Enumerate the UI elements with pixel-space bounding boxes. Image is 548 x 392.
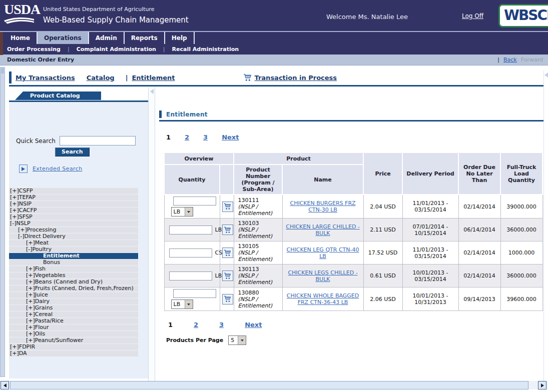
- tree-item-label: [+]NSIP: [10, 201, 32, 207]
- quantity-input[interactable]: [173, 289, 216, 298]
- catalog-tree-item[interactable]: [+]Beans (Canned and Dry): [9, 279, 138, 285]
- product-name-link[interactable]: CHICKEN BURGERS FRZ CTN-30 LB: [290, 200, 355, 213]
- tab-operations[interactable]: Operations: [38, 32, 89, 44]
- search-button[interactable]: Search: [55, 148, 90, 156]
- tree-item-label: [+]Cereal: [26, 312, 53, 318]
- tree-item-label: [+]Grains: [26, 305, 53, 311]
- col-quantity: Quantity: [164, 164, 220, 194]
- product-number: 130880: [238, 290, 280, 296]
- tree-item-label: [-]Direct Delivery: [18, 234, 66, 240]
- catalog-tree-item[interactable]: [-]NSLP: [9, 220, 138, 226]
- toolbar-accent-bar: [9, 72, 12, 84]
- cart-icon: [224, 250, 231, 256]
- quantity-input[interactable]: [169, 272, 212, 280]
- product-name-link[interactable]: CHICKEN LARGE CHILLED - BULK: [286, 224, 360, 236]
- catalog-tree-item[interactable]: [+]CACFP: [9, 208, 138, 214]
- pagination-next[interactable]: Next: [245, 321, 262, 328]
- cart-cell: [220, 194, 234, 218]
- quantity-input[interactable]: [169, 226, 212, 234]
- log-off-link[interactable]: Log Off: [462, 12, 483, 20]
- left-scroll-gutter[interactable]: [0, 67, 5, 377]
- add-to-cart-button[interactable]: [222, 270, 233, 281]
- collapse-left-icon[interactable]: [150, 89, 154, 94]
- ftl-quantity-cell: 1000.000: [500, 242, 542, 264]
- tree-item-label: [+]FDPIR: [10, 344, 35, 350]
- pagination-page-2[interactable]: 2: [185, 134, 189, 141]
- pagination-current: 1: [166, 134, 171, 141]
- catalog-tree-item[interactable]: [+]NSIP: [9, 201, 138, 207]
- add-to-cart-button[interactable]: [222, 294, 233, 304]
- tab-help[interactable]: Help: [165, 32, 195, 44]
- subnav-complaint-administration[interactable]: Complaint Administration: [77, 46, 156, 52]
- catalog-tree-item[interactable]: Bonus: [9, 260, 138, 266]
- tree-item-label: [+]SFSP: [10, 214, 33, 220]
- program-subarea: (NSLP / Entitlement): [238, 226, 280, 240]
- tab-home[interactable]: Home: [4, 32, 38, 44]
- add-to-cart-button[interactable]: [222, 202, 233, 212]
- catalog-tree-item[interactable]: [+]Grains: [9, 305, 138, 311]
- extended-search-icon[interactable]: [19, 164, 28, 173]
- catalog-tree-item[interactable]: [+]Vegetables: [9, 272, 138, 278]
- my-transactions-link[interactable]: My Transactions: [16, 74, 75, 82]
- catalog-tree-item[interactable]: [+]Pasta/Rice: [9, 318, 138, 324]
- product-number: 130111: [238, 197, 280, 204]
- catalog-tree-item[interactable]: [+]CSFP: [9, 188, 138, 194]
- tree-item-label: [+]Fish: [26, 266, 46, 272]
- catalog-tree-item[interactable]: Entitlement: [9, 253, 138, 259]
- delivery-period-cell: 11/01/2013 - 03/15/2014: [402, 194, 458, 218]
- quantity-input[interactable]: [173, 196, 216, 206]
- horizontal-scrollbar: [0, 381, 548, 390]
- unit-select[interactable]: LB: [171, 300, 193, 309]
- pagination-page-3[interactable]: 3: [203, 134, 208, 141]
- add-to-cart-button[interactable]: [222, 224, 233, 235]
- pagination-page-3[interactable]: 3: [219, 321, 224, 328]
- scrollbar-thumb[interactable]: [10, 381, 528, 390]
- quantity-input[interactable]: [169, 248, 212, 258]
- catalog-tree-item[interactable]: [+]TEFAP: [9, 194, 138, 200]
- catalog-tree-item[interactable]: [-]Direct Delivery: [9, 234, 138, 240]
- product-name-link[interactable]: CHICKEN LEGS CHILLED - BULK: [288, 270, 357, 282]
- catalog-tree-item[interactable]: [+]Meat: [9, 240, 138, 246]
- scroll-left-button[interactable]: [1, 381, 9, 390]
- subnav-order-processing[interactable]: Order Processing: [7, 46, 61, 52]
- catalog-tree-item[interactable]: [+]Fish: [9, 266, 138, 272]
- product-name-link[interactable]: CHICKEN WHOLE BAGGED FRZ CTN-36-43 LB: [287, 292, 359, 306]
- catalog-tree-item[interactable]: [+]SFSP: [9, 214, 138, 220]
- catalog-tree-item[interactable]: [+]Flour: [9, 324, 138, 330]
- catalog-tree-item[interactable]: [+]Peanut/Sunflower: [9, 338, 138, 344]
- catalog-link[interactable]: Catalog: [87, 74, 115, 82]
- tab-reports[interactable]: Reports: [125, 32, 165, 44]
- collapse-right-icon[interactable]: [544, 72, 548, 78]
- program-subarea: (NSLP / Entitlement): [238, 296, 280, 309]
- pagination-next[interactable]: Next: [222, 134, 239, 141]
- extended-search-link[interactable]: Extended Search: [33, 166, 83, 172]
- main-panel: Entitlement 1 2 3 Next Overview Product …: [156, 66, 543, 345]
- unit-select[interactable]: LB: [171, 207, 193, 216]
- ftl-quantity-cell: 36000.000: [500, 264, 542, 288]
- catalog-tree-item[interactable]: [+]Oils: [9, 331, 138, 337]
- subnav-recall-administration[interactable]: Recall Administration: [172, 46, 239, 52]
- product-row: LB 130880 (NSLP / Entitlement) CHICKEN W…: [164, 288, 542, 311]
- catalog-tree-item[interactable]: [-]Poultry: [9, 246, 138, 252]
- catalog-tree-item[interactable]: [+]Juice: [9, 292, 138, 298]
- sidebar-splitter[interactable]: [148, 87, 155, 381]
- back-link[interactable]: Back: [503, 56, 517, 63]
- subnav-bar: Order Processing | Complaint Administrat…: [0, 44, 548, 54]
- catalog-tree-item[interactable]: [+]FDPIR: [9, 344, 138, 350]
- col-price: Price: [363, 152, 402, 194]
- pagination-page-2[interactable]: 2: [194, 321, 198, 328]
- scroll-right-button[interactable]: [538, 381, 546, 390]
- products-per-page-select[interactable]: 5: [228, 336, 246, 345]
- catalog-tree-item[interactable]: [+]Processing: [9, 227, 138, 233]
- add-to-cart-button[interactable]: [222, 248, 233, 258]
- tree-item-label: [-]NSLP: [10, 220, 31, 226]
- catalog-tree-item[interactable]: [+]Dairy: [9, 298, 138, 304]
- catalog-tree-item[interactable]: [+]DA: [9, 350, 138, 356]
- quick-search-input[interactable]: [60, 136, 136, 146]
- name-cell: CHICKEN LARGE CHILLED - BULK: [282, 218, 363, 242]
- product-name-link[interactable]: CHICKEN LEG QTR CTN-40 LB: [287, 246, 359, 260]
- catalog-tree-item[interactable]: [+]Cereal: [9, 312, 138, 318]
- tab-admin[interactable]: Admin: [89, 32, 125, 44]
- catalog-tree-item[interactable]: [+]Fruits (Canned, Dried, Fresh,Frozen): [9, 286, 138, 292]
- delivery-period-cell: 10/01/2013 - 10/31/2013: [402, 288, 458, 311]
